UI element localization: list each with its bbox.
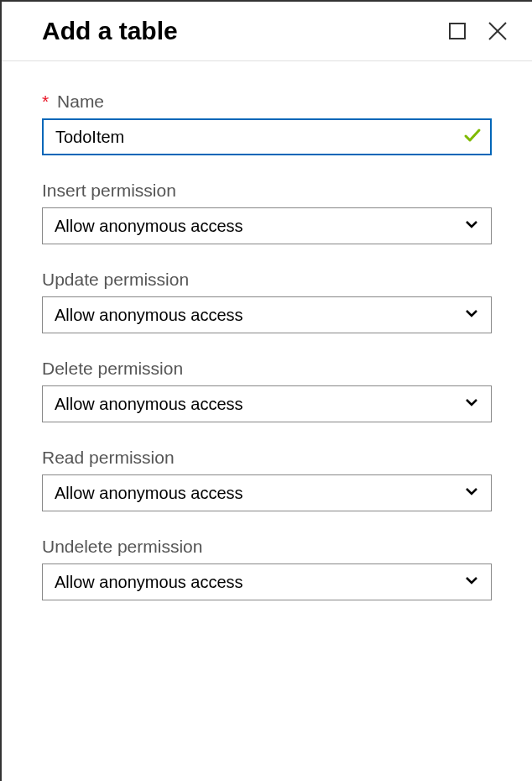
read-permission-select[interactable]: Allow anonymous access — [42, 474, 492, 511]
insert-permission-select[interactable]: Allow anonymous access — [42, 207, 492, 244]
chevron-down-icon — [464, 484, 479, 502]
close-icon — [487, 20, 509, 42]
undelete-permission-group: Undelete permission Allow anonymous acce… — [42, 537, 492, 600]
close-button[interactable] — [487, 20, 509, 42]
delete-permission-group: Delete permission Allow anonymous access — [42, 359, 492, 422]
name-label: * Name — [42, 92, 492, 112]
panel-header: Add a table — [2, 2, 532, 61]
required-asterisk: * — [42, 92, 49, 111]
undelete-permission-value: Allow anonymous access — [55, 573, 464, 592]
insert-permission-label: Insert permission — [42, 181, 492, 201]
panel-title: Add a table — [42, 17, 178, 45]
name-field-group: * Name — [42, 92, 492, 155]
insert-permission-group: Insert permission Allow anonymous access — [42, 181, 492, 244]
chevron-down-icon — [464, 217, 479, 235]
undelete-permission-label: Undelete permission — [42, 537, 492, 557]
name-input[interactable] — [42, 118, 492, 155]
undelete-permission-select[interactable]: Allow anonymous access — [42, 563, 492, 600]
delete-permission-select[interactable]: Allow anonymous access — [42, 385, 492, 422]
name-input-wrapper — [42, 118, 492, 155]
update-permission-label: Update permission — [42, 270, 492, 290]
chevron-down-icon — [464, 395, 479, 413]
insert-permission-value: Allow anonymous access — [55, 217, 464, 236]
maximize-icon — [448, 22, 467, 40]
update-permission-group: Update permission Allow anonymous access — [42, 270, 492, 333]
form-body: * Name Insert permission Allow anonymous… — [2, 61, 532, 656]
svg-rect-0 — [450, 24, 465, 39]
maximize-button[interactable] — [448, 22, 467, 40]
validation-check-icon — [463, 126, 482, 148]
delete-permission-label: Delete permission — [42, 359, 492, 379]
chevron-down-icon — [464, 573, 479, 591]
update-permission-select[interactable]: Allow anonymous access — [42, 296, 492, 333]
chevron-down-icon — [464, 306, 479, 324]
name-label-text: Name — [57, 92, 104, 111]
read-permission-group: Read permission Allow anonymous access — [42, 448, 492, 511]
read-permission-label: Read permission — [42, 448, 492, 468]
update-permission-value: Allow anonymous access — [55, 306, 464, 325]
read-permission-value: Allow anonymous access — [55, 484, 464, 503]
header-actions — [448, 20, 509, 42]
delete-permission-value: Allow anonymous access — [55, 395, 464, 414]
